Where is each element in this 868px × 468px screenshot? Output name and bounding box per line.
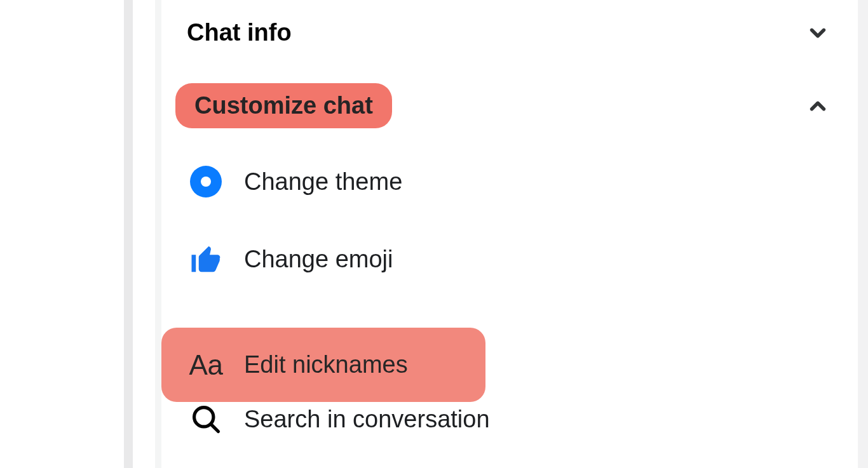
change-emoji-item[interactable]: Change emoji	[161, 230, 868, 288]
customize-chat-section-header[interactable]: Customize chat	[161, 78, 868, 133]
search-conversation-label: Search in conversation	[244, 406, 490, 433]
change-theme-item[interactable]: Change theme	[161, 152, 868, 211]
left-column-1	[0, 0, 50, 468]
chat-info-section-header[interactable]: Chat info	[161, 6, 868, 59]
between-strip	[133, 0, 155, 468]
search-icon	[187, 400, 225, 438]
left-column-2	[50, 0, 125, 468]
edit-nicknames-label: Edit nicknames	[244, 351, 408, 378]
change-emoji-label: Change emoji	[244, 246, 393, 273]
vertical-divider-light	[155, 0, 161, 468]
svg-line-1	[211, 424, 219, 432]
thumbs-up-icon	[187, 240, 225, 278]
theme-circle-icon	[187, 163, 225, 201]
customize-chat-highlight: Customize chat	[175, 83, 392, 128]
aa-text-icon: Aa	[187, 346, 225, 384]
customize-chat-title: Customize chat	[194, 92, 373, 119]
chat-info-title: Chat info	[187, 19, 292, 46]
right-edge-strip	[858, 0, 868, 468]
vertical-divider-dark	[124, 0, 133, 468]
edit-nicknames-item[interactable]: Aa Edit nicknames	[161, 328, 485, 402]
chevron-up-icon	[806, 94, 830, 118]
chevron-down-icon	[806, 21, 830, 45]
change-theme-label: Change theme	[244, 168, 402, 196]
